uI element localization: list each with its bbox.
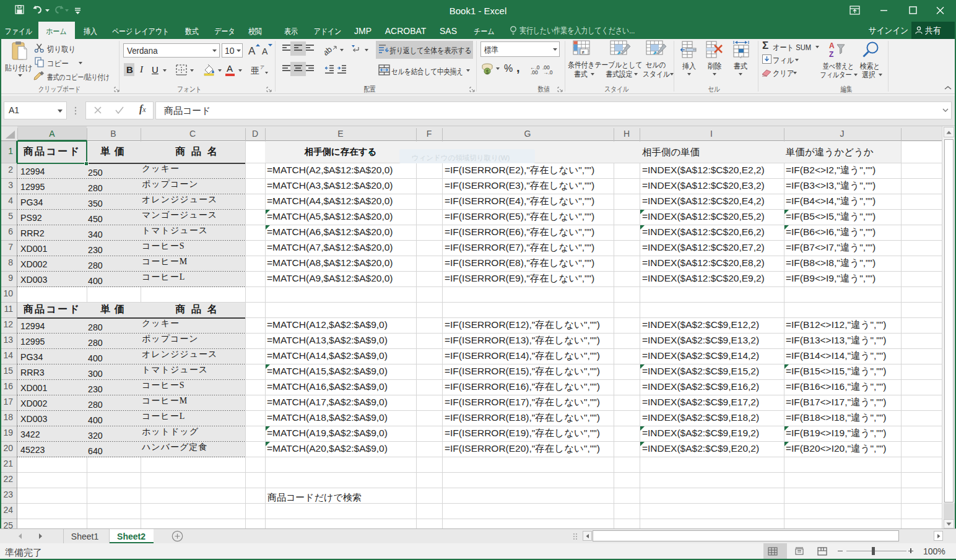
- svg-text:≠: ≠: [582, 50, 585, 55]
- svg-text:→.0: →.0: [543, 69, 553, 75]
- svg-text:亜: 亜: [251, 66, 259, 75]
- svg-text:Z: Z: [829, 50, 833, 59]
- svg-text:$: $: [486, 69, 489, 75]
- svg-text:A: A: [248, 45, 256, 57]
- svg-text:A: A: [829, 41, 835, 50]
- svg-text:A: A: [262, 46, 268, 56]
- svg-text:ab: ab: [324, 45, 334, 56]
- svg-text:.00: .00: [531, 69, 538, 75]
- svg-text:ア: ア: [260, 65, 264, 69]
